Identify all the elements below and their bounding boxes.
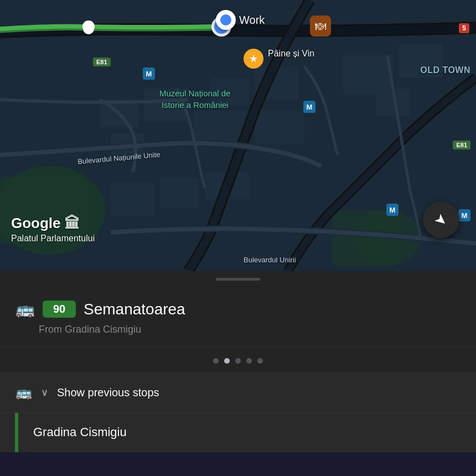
work-marker[interactable]: Work: [216, 10, 265, 30]
bus-icon-small: 🚌: [15, 385, 32, 400]
stop-content: Gradina Cismigiu: [33, 413, 476, 452]
restaurant-poi[interactable]: 🍽: [310, 15, 331, 37]
svg-rect-11: [210, 77, 249, 105]
svg-rect-14: [255, 111, 304, 144]
map-view[interactable]: E81 E81 5 M M M M Work 🍽 ★ Pâine și Vin …: [0, 0, 476, 271]
dot-indicators: [0, 347, 476, 372]
metro-badge-2: M: [386, 204, 399, 216]
dot-5[interactable]: [257, 358, 263, 364]
work-label: Work: [239, 14, 265, 27]
from-text: From Gradina Cismigiu: [39, 324, 461, 335]
show-previous-stops-button[interactable]: 🚌 ∨ Show previous stops: [0, 372, 476, 413]
svg-rect-6: [144, 89, 188, 122]
svg-rect-8: [343, 55, 393, 94]
bus-icon: 🚌: [15, 300, 35, 318]
old-town-label: OLD TOWN: [420, 65, 470, 75]
stop-name: Gradina Cismigiu: [33, 425, 461, 439]
dot-4[interactable]: [246, 358, 252, 364]
navigate-icon: ➤: [431, 209, 452, 230]
metro-badge-3: M: [458, 209, 470, 221]
show-prev-label: Show previous stops: [57, 386, 159, 399]
work-dot: [216, 10, 236, 30]
stops-section: 🚌 ∨ Show previous stops Gradina Cismigiu: [0, 372, 476, 452]
transit-card: 🚌 90 Semanatoarea From Gradina Cismigiu: [0, 287, 476, 347]
google-watermark: Google 🏛 Palatul Parlamentului: [11, 214, 95, 244]
drag-handle[interactable]: [0, 271, 476, 287]
dot-3[interactable]: [235, 358, 241, 364]
route-badge: 90: [43, 301, 76, 318]
building-icon: 🏛: [64, 214, 80, 232]
star-poi[interactable]: ★: [244, 49, 263, 69]
google-logo-text: Google: [11, 215, 61, 232]
route-name: Semanatoarea: [84, 301, 185, 318]
dot-1[interactable]: [213, 358, 219, 364]
svg-point-19: [85, 25, 92, 33]
metro-badge-museum: M: [303, 101, 315, 113]
transit-header: 🚌 90 Semanatoarea: [15, 300, 461, 318]
road-5-badge: 5: [459, 23, 469, 33]
svg-rect-15: [111, 183, 155, 216]
metro-badge-1: M: [143, 68, 155, 80]
drag-pill: [216, 278, 260, 281]
bottom-sheet: 🚌 90 Semanatoarea From Gradina Cismigiu …: [0, 287, 476, 452]
navigation-button[interactable]: ➤: [423, 201, 459, 238]
e81-badge-left: E81: [93, 58, 111, 66]
e81-badge-right: E81: [453, 141, 470, 149]
dot-2[interactable]: [224, 358, 230, 364]
green-line: [15, 413, 18, 452]
stop-row: Gradina Cismigiu: [0, 413, 476, 452]
green-line-col: [0, 413, 33, 452]
palat-label: Palatul Parlamentului: [11, 234, 95, 244]
svg-rect-16: [161, 177, 199, 208]
chevron-down-icon: ∨: [41, 386, 48, 399]
